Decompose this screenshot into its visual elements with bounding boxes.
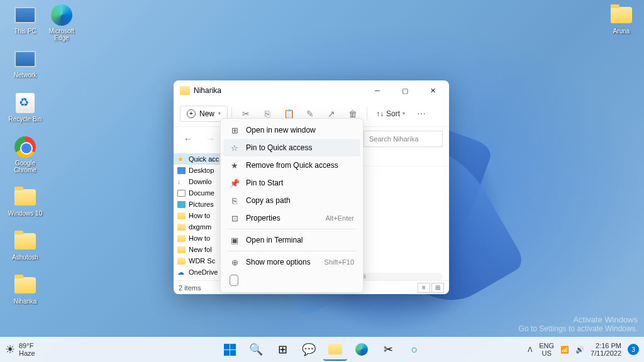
taskbar: ☀ 89°FHaze 🔍 ⊞ 💬 ✂ ○ ᐱ ENGUS 📶 🔊 2:16 PM… (0, 337, 644, 362)
desktop-icon-network[interactable]: Network (8, 48, 43, 79)
sidebar-item-quick-acc[interactable]: ★Quick acc (174, 153, 222, 165)
notification-badge[interactable]: 3 (628, 344, 639, 355)
sidebar-item-downlo[interactable]: ↓Downlo (174, 176, 222, 187)
desktop-icon-aruna[interactable]: Aruna (604, 4, 639, 35)
desktop-icon-this-pc[interactable]: This PC (8, 4, 43, 35)
desktop-icon-niharika[interactable]: Niharika (8, 274, 43, 305)
desktop-icon-microsoft-edge[interactable]: Microsoft Edge (44, 4, 79, 41)
menu-item-open-in-new-window[interactable]: ⊞Open in new window (223, 121, 360, 139)
chat-button[interactable]: 💬 (297, 338, 321, 361)
menu-footer[interactable] (223, 271, 360, 290)
more-icon[interactable]: ⋯ (411, 104, 431, 124)
task-view-button[interactable]: ⊞ (270, 338, 294, 361)
menu-item-pin-to-start[interactable]: 📌Pin to Start (223, 174, 360, 192)
file-explorer-button[interactable] (323, 338, 347, 361)
snipping-tool-button[interactable]: ✂ (376, 338, 400, 361)
sidebar-item-pictures[interactable]: Pictures (174, 199, 222, 210)
desktop-icon-ashutosh[interactable]: Ashutosh (8, 230, 43, 261)
search-button[interactable]: 🔍 (244, 338, 268, 361)
sort-button[interactable]: ↑↓ Sort ▾ (371, 107, 410, 121)
sidebar-item-how-to[interactable]: How to (174, 210, 222, 221)
menu-item-open-in-terminal[interactable]: ▣Open in Terminal (223, 231, 360, 249)
menu-item-remove-from-quick-access[interactable]: ★Remove from Quick access (223, 156, 360, 174)
sidebar-item-desktop[interactable]: Desktop (174, 165, 222, 176)
window-title: Niharika (194, 86, 364, 95)
weather-widget[interactable]: ☀ 89°FHaze (5, 342, 35, 357)
sidebar-item-new-fol[interactable]: New fol (174, 244, 222, 255)
close-button[interactable]: ✕ (419, 81, 447, 100)
details-view-button[interactable]: ≡ (418, 283, 430, 293)
menu-item-properties[interactable]: ⊡PropertiesAlt+Enter (223, 209, 360, 227)
context-menu: ⊞Open in new window☆Pin to Quick access★… (220, 118, 364, 293)
volume-icon[interactable]: 🔊 (575, 346, 584, 354)
activation-watermark: Activate Windows Go to Settings to activ… (519, 315, 638, 333)
menu-item-show-more-options[interactable]: ⊕Show more optionsShift+F10 (223, 253, 360, 271)
sidebar-item-docume[interactable]: Docume (174, 187, 222, 199)
weather-icon: ☀ (5, 343, 15, 356)
minimize-button[interactable]: ─ (364, 81, 391, 100)
item-count: 2 items (179, 284, 201, 292)
back-button[interactable]: ← (180, 131, 196, 147)
menu-item-pin-to-quick-access[interactable]: ☆Pin to Quick access (223, 139, 360, 156)
desktop-icon-recycle-bin[interactable]: Recycle Bin (8, 92, 43, 123)
desktop-icon-windows-10[interactable]: Windows 10 (8, 186, 43, 217)
search-input[interactable]: Search Niharika (364, 131, 443, 147)
start-button[interactable] (218, 338, 242, 361)
maximize-button[interactable]: ▢ (391, 81, 419, 100)
desktop-icon-google-chrome[interactable]: Google Chrome (8, 136, 43, 173)
cortana-button[interactable]: ○ (402, 338, 426, 361)
titlebar[interactable]: Niharika ─ ▢ ✕ (174, 80, 449, 101)
icons-view-button[interactable]: ⊞ (431, 283, 444, 293)
sidebar: ★Quick accDesktop↓DownloDocumePicturesHo… (174, 151, 223, 280)
tray-chevron-icon[interactable]: ᐱ (528, 346, 533, 354)
edge-button[interactable] (350, 338, 374, 361)
wifi-icon[interactable]: 📶 (560, 346, 569, 354)
forward-button[interactable]: → (203, 131, 219, 147)
clock[interactable]: 2:16 PM7/11/2022 (591, 342, 621, 357)
folder-icon (180, 86, 190, 95)
sidebar-item-how-to[interactable]: How to (174, 233, 222, 244)
sidebar-item-onedrive[interactable]: ☁OneDrive (174, 266, 222, 278)
system-tray: ᐱ ENGUS 📶 🔊 2:16 PM7/11/2022 3 (528, 342, 639, 357)
menu-item-copy-as-path[interactable]: ⎘Copy as path (223, 192, 360, 209)
sidebar-item-wdr-sc[interactable]: WDR Sc (174, 255, 222, 266)
sidebar-item-dxgmm[interactable]: dxgmm (174, 221, 222, 233)
language-button[interactable]: ENGUS (539, 342, 554, 357)
